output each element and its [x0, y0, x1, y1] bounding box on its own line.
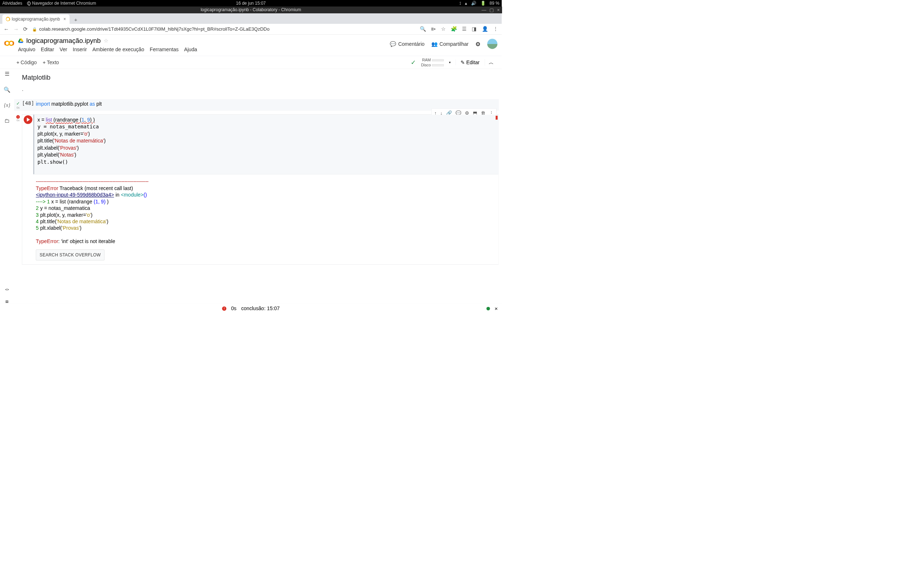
accessibility-icon[interactable]: ⟟: [459, 1, 461, 6]
address-bar[interactable]: 🔒 colab.research.google.com/drive/1Tdt49…: [32, 26, 415, 32]
lock-icon: 🔒: [32, 27, 37, 31]
back-button[interactable]: ←: [3, 26, 9, 32]
add-text-button[interactable]: + Texto: [43, 60, 59, 66]
plus-icon: +: [16, 60, 19, 66]
browser-titlebar: logicaprogramação.ipynb - Colaboratory -…: [0, 6, 502, 13]
left-sidebar-bottom: <> ▤: [0, 288, 14, 304]
comment-button[interactable]: 💬 Comentário: [390, 41, 425, 47]
left-sidebar: ☰ 🔍 {x} 🗀: [0, 69, 14, 124]
battery-percent: 89 %: [489, 1, 499, 6]
status-text: conclusão: 15:07: [241, 305, 280, 311]
forward-button[interactable]: →: [13, 26, 19, 32]
user-avatar[interactable]: [487, 39, 498, 49]
close-status-icon[interactable]: ×: [494, 305, 498, 311]
people-icon: 👥: [431, 41, 438, 47]
menu-bar: Arquivo Editar Ver Inserir Ambiente de e…: [18, 47, 386, 53]
colab-header: logicaprogramação.ipynb ☆ Arquivo Editar…: [0, 35, 502, 56]
status-check-icon: ✓: [411, 59, 416, 66]
code-cell-48[interactable]: ✓ 0s [48] import matplotlib.pyplot as pl…: [14, 99, 498, 110]
runtime-dropdown-icon[interactable]: ▾: [449, 61, 451, 64]
notebook-toolbar: + Código + Texto ✓ RAM Disco ▾ ✎ Editar …: [0, 56, 502, 69]
menu-ferramentas[interactable]: Ferramentas: [150, 47, 179, 53]
zoom-icon[interactable]: 🔍: [420, 26, 426, 32]
status-error-icon[interactable]: !: [222, 306, 226, 311]
files-icon[interactable]: 🗀: [4, 118, 10, 124]
reading-list-icon[interactable]: ☰: [462, 26, 466, 32]
window-close[interactable]: ×: [497, 7, 500, 13]
terminal-icon[interactable]: ▤: [5, 300, 8, 303]
variables-icon[interactable]: {x}: [4, 102, 10, 108]
window-maximize[interactable]: ▢: [489, 7, 494, 13]
network-icon[interactable]: ▴: [465, 1, 467, 6]
profile-icon[interactable]: 👤: [482, 26, 488, 32]
resource-indicator[interactable]: RAM Disco: [421, 58, 444, 67]
new-tab-button[interactable]: +: [72, 16, 80, 24]
battery-icon[interactable]: 🔋: [480, 1, 486, 6]
browser-toolbar: ← → ⟳ 🔒 colab.research.google.com/drive/…: [0, 24, 502, 34]
exec-count: [48]: [22, 100, 34, 109]
colab-favicon-icon: [6, 17, 10, 21]
menu-arquivo[interactable]: Arquivo: [18, 47, 36, 53]
colab-logo-icon[interactable]: [4, 38, 14, 48]
code-cell-49[interactable]: ! 0s ↑ ↓ 🔗 💬 ⚙ ⬒ 🗑 ⋮ x = list (randrange…: [14, 114, 498, 264]
status-time: 0s: [231, 305, 236, 311]
run-cell-button[interactable]: [24, 115, 32, 124]
globe-icon: [27, 2, 31, 5]
cell-status-error-icon: !: [16, 115, 20, 119]
bookmark-icon[interactable]: ☆: [441, 26, 446, 32]
code-editor[interactable]: x = list (randrange (1, 9) ) y = notas_m…: [33, 115, 498, 174]
browser-menu-icon[interactable]: ⋮: [493, 26, 498, 32]
cell-exec-time: 0s: [16, 106, 19, 109]
search-stackoverflow-button[interactable]: SEARCH STACK OVERFLOW: [36, 250, 104, 260]
volume-icon[interactable]: 🔊: [471, 1, 477, 6]
send-icon[interactable]: ⧐: [431, 26, 436, 32]
menu-ajuda[interactable]: Ajuda: [184, 47, 197, 53]
activities-button[interactable]: Atividades: [3, 1, 23, 6]
star-icon[interactable]: ☆: [103, 37, 109, 44]
window-minimize[interactable]: —: [481, 7, 486, 13]
section-heading: Matplotlib: [22, 74, 499, 81]
gnome-top-bar: Atividades Navegador de Internet Chromiu…: [0, 0, 502, 6]
text-cell: ·: [22, 87, 499, 93]
collapse-toolbar-button[interactable]: ︿: [485, 59, 498, 66]
notebook-main: Matplotlib · ✓ 0s [48] import matplotlib…: [14, 69, 498, 304]
browser-tab-strip: logicaprogramação.ipynb × +: [0, 13, 502, 24]
share-button[interactable]: 👥 Compartilhar: [431, 41, 469, 47]
browser-tab[interactable]: logicaprogramação.ipynb ×: [3, 15, 69, 24]
app-menu[interactable]: Navegador de Internet Chromium: [27, 1, 96, 6]
drive-icon: [18, 38, 23, 43]
add-code-button[interactable]: + Código: [16, 60, 37, 66]
reload-button[interactable]: ⟳: [23, 26, 27, 32]
chevron-up-icon: ︿: [489, 60, 494, 65]
menu-inserir[interactable]: Inserir: [73, 47, 87, 53]
settings-gear-icon[interactable]: ⚙: [475, 40, 481, 47]
cell-exec-time: 0s: [16, 119, 19, 122]
error-marker: [496, 116, 498, 120]
notebook-title[interactable]: logicaprogramação.ipynb: [26, 37, 101, 44]
table-of-contents-icon[interactable]: ☰: [5, 70, 10, 77]
edit-mode-button[interactable]: ✎ Editar: [456, 60, 480, 66]
clock[interactable]: 16 de jun 15:07: [236, 1, 266, 6]
cell-status-check-icon: ✓: [16, 101, 20, 106]
cell-output: ----------------------------------------…: [22, 174, 498, 264]
traceback-link[interactable]: <ipython-input-49-599d68b0d3a4>: [36, 192, 114, 198]
search-icon[interactable]: 🔍: [3, 86, 10, 93]
pencil-icon: ✎: [460, 60, 465, 66]
code-snippets-icon[interactable]: <>: [5, 288, 9, 292]
extensions-icon[interactable]: 🧩: [451, 26, 457, 32]
plus-icon: +: [43, 60, 45, 66]
kernel-status-icon[interactable]: [486, 307, 490, 311]
menu-editar[interactable]: Editar: [41, 47, 54, 53]
comment-icon: 💬: [390, 41, 396, 47]
menu-ambiente[interactable]: Ambiente de execução: [92, 47, 144, 53]
side-panel-icon[interactable]: ◨: [472, 26, 477, 32]
menu-ver[interactable]: Ver: [60, 47, 67, 53]
tab-close-icon[interactable]: ×: [63, 16, 66, 22]
status-bar: ! 0s conclusão: 15:07 ×: [0, 304, 502, 313]
